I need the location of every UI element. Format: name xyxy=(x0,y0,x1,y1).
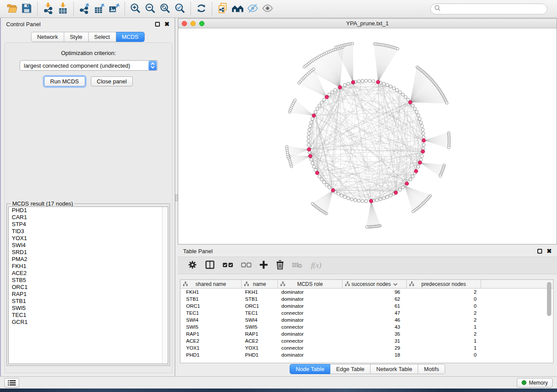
ring-node[interactable] xyxy=(379,198,382,201)
tab-network-table[interactable]: Network Table xyxy=(370,364,418,374)
mcds-result-node[interactable]: TID3 xyxy=(9,228,168,235)
ring-node[interactable] xyxy=(418,117,421,120)
mcds-result-node[interactable]: SWI4 xyxy=(9,242,168,249)
dominator-node[interactable] xyxy=(312,114,315,117)
mcds-result-node[interactable]: FKH1 xyxy=(9,263,168,270)
ring-node[interactable] xyxy=(392,87,395,90)
save-session-button[interactable] xyxy=(19,2,34,16)
export-table-button[interactable] xyxy=(92,2,107,16)
mcds-result-node[interactable]: ACE2 xyxy=(9,270,168,277)
ring-node[interactable] xyxy=(310,158,313,161)
ring-node[interactable] xyxy=(386,196,389,199)
table-row[interactable]: SWI4SWI4dominator462 xyxy=(180,316,553,323)
hide-selected-button[interactable] xyxy=(245,2,260,16)
ring-node[interactable] xyxy=(419,121,422,124)
tab-select[interactable]: Select xyxy=(89,32,116,42)
search-box[interactable] xyxy=(430,3,547,14)
zoom-in-button[interactable] xyxy=(128,2,143,16)
network-canvas[interactable] xyxy=(178,28,557,244)
dominator-node[interactable] xyxy=(422,139,426,142)
mcds-result-node[interactable]: STB1 xyxy=(9,298,168,305)
float-panel-icon[interactable] xyxy=(155,22,160,27)
ring-node[interactable] xyxy=(307,132,310,135)
ring-node[interactable] xyxy=(320,178,323,181)
column-header-shared-name[interactable]: shared name xyxy=(180,280,242,288)
dominator-node[interactable] xyxy=(308,154,312,158)
ring-node[interactable] xyxy=(401,186,405,189)
mcds-result-node[interactable]: GCR1 xyxy=(9,319,168,326)
leaf-node[interactable] xyxy=(285,145,288,148)
mcds-result-node[interactable]: RAP1 xyxy=(9,291,168,298)
ring-node[interactable] xyxy=(364,79,367,82)
float-table-panel-icon[interactable] xyxy=(537,249,542,254)
ring-node[interactable] xyxy=(409,178,412,181)
leaf-node[interactable] xyxy=(311,203,314,205)
ring-node[interactable] xyxy=(386,83,389,86)
tab-style[interactable]: Style xyxy=(64,32,89,42)
column-header-MCDS-role[interactable]: MCDS role xyxy=(278,280,343,288)
table-scrollbar-thumb[interactable] xyxy=(547,282,551,316)
ring-node[interactable] xyxy=(420,124,423,127)
close-panel-icon[interactable]: ✖ xyxy=(164,22,170,27)
ring-node[interactable] xyxy=(375,199,378,202)
dominator-node[interactable] xyxy=(421,150,425,153)
ring-node[interactable] xyxy=(422,143,425,146)
apply-layout-button[interactable] xyxy=(194,2,209,16)
ring-node[interactable] xyxy=(310,121,313,124)
mcds-result-node[interactable]: TEC1 xyxy=(9,312,168,319)
ring-node[interactable] xyxy=(382,197,385,200)
ring-node[interactable] xyxy=(415,110,418,113)
column-header-name[interactable]: name xyxy=(242,280,278,288)
leaf-node[interactable] xyxy=(396,48,399,50)
ring-node[interactable] xyxy=(343,83,346,86)
ring-node[interactable] xyxy=(404,96,407,99)
dominator-node[interactable] xyxy=(315,171,319,175)
zoom-out-button[interactable] xyxy=(143,2,158,16)
ring-node[interactable] xyxy=(318,104,321,107)
search-input[interactable] xyxy=(441,6,543,12)
ring-node[interactable] xyxy=(361,79,364,83)
task-history-button[interactable] xyxy=(4,378,19,388)
optimization-criterion-select[interactable]: largest connected component (undirected) xyxy=(20,60,158,71)
ring-node[interactable] xyxy=(308,128,311,131)
ring-node[interactable] xyxy=(307,136,310,139)
column-header-successor-nodes[interactable]: successor nodes xyxy=(343,280,407,288)
ring-node[interactable] xyxy=(307,143,310,146)
show-all-button[interactable] xyxy=(260,2,275,16)
ring-node[interactable] xyxy=(318,175,321,178)
table-row[interactable]: ORC1ORC1dominator610 xyxy=(180,303,553,309)
ring-node[interactable] xyxy=(350,198,353,201)
ring-node[interactable] xyxy=(322,181,325,184)
ring-node[interactable] xyxy=(417,114,420,117)
table-row[interactable]: TEC1TEC1connector472 xyxy=(180,309,553,316)
ring-node[interactable] xyxy=(398,91,401,94)
table-row[interactable]: SWI5SWI5connector431 xyxy=(180,323,553,330)
add-column-button[interactable] xyxy=(259,260,268,271)
table-row[interactable]: ACE2ACE2connector311 xyxy=(180,337,553,344)
run-mcds-button[interactable]: Run MCDS xyxy=(44,76,85,86)
table-row[interactable]: STB1STB1dominator620 xyxy=(180,296,553,303)
mcds-result-node[interactable]: ORC1 xyxy=(9,284,168,291)
ring-node[interactable] xyxy=(322,98,325,101)
ring-node[interactable] xyxy=(311,162,314,165)
mcds-result-node[interactable]: STB5 xyxy=(9,277,168,284)
ring-node[interactable] xyxy=(311,117,314,120)
leaf-node[interactable] xyxy=(446,102,448,104)
ring-node[interactable] xyxy=(361,199,364,203)
dominator-node[interactable] xyxy=(331,189,335,192)
ring-node[interactable] xyxy=(334,89,337,92)
memory-button[interactable]: Memory xyxy=(517,378,553,388)
mcds-result-node[interactable]: SRD1 xyxy=(9,249,168,256)
ring-node[interactable] xyxy=(417,165,420,168)
mcds-result-node[interactable]: SWI5 xyxy=(9,305,168,312)
leaf-node[interactable] xyxy=(412,210,414,213)
mcds-result-node[interactable]: YOX1 xyxy=(9,235,168,242)
new-network-from-selection-button[interactable] xyxy=(215,2,230,16)
ring-node[interactable] xyxy=(411,104,414,107)
ring-node[interactable] xyxy=(347,82,350,85)
mcds-result-node[interactable]: CAR1 xyxy=(9,214,168,221)
mcds-result-list[interactable]: PHD1CAR1STP4TID3YOX1SWI4SRD1PMA2FKH1ACE2… xyxy=(8,206,168,364)
ring-node[interactable] xyxy=(347,197,350,200)
tab-mcds[interactable]: MCDS xyxy=(116,32,145,42)
dominator-node[interactable] xyxy=(325,95,329,99)
